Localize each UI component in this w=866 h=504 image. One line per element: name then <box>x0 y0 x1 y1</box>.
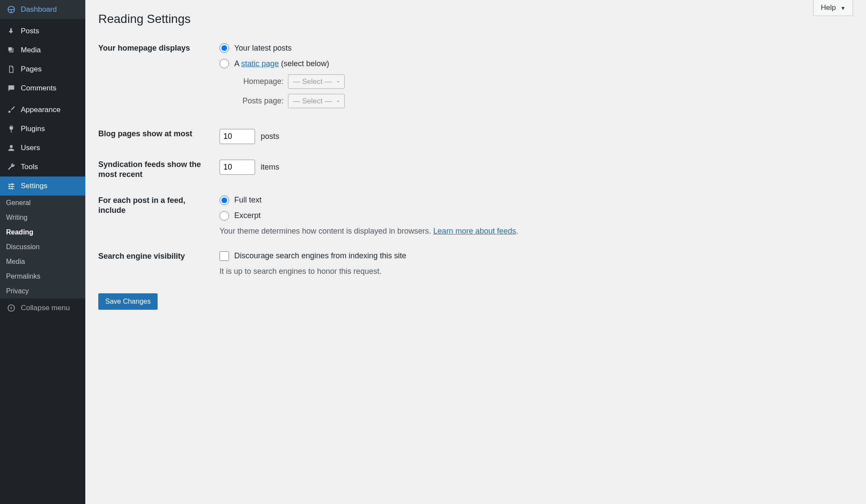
submenu-item-privacy[interactable]: Privacy <box>0 284 85 299</box>
feed-description: Your theme determines how content is dis… <box>220 227 853 236</box>
admin-sidebar: Dashboard Posts Media Pages Comments App… <box>0 0 85 504</box>
sidebar-item-users[interactable]: Users <box>0 138 85 157</box>
media-icon <box>6 45 16 55</box>
submenu-item-general[interactable]: General <box>0 196 85 210</box>
posts-page-select[interactable]: — Select — <box>288 94 345 108</box>
syndication-suffix: items <box>261 163 279 171</box>
sidebar-item-label: Media <box>21 46 41 55</box>
pin-icon <box>6 26 16 36</box>
sidebar-item-comments[interactable]: Comments <box>0 79 85 98</box>
sidebar-item-label: Tools <box>21 163 38 171</box>
user-icon <box>6 143 16 153</box>
collapse-menu[interactable]: Collapse menu <box>0 299 85 318</box>
sidebar-item-label: Pages <box>21 65 42 74</box>
blog-pages-suffix: posts <box>261 132 279 141</box>
sidebar-item-label: Settings <box>21 182 47 190</box>
feed-fulltext-radio[interactable] <box>220 196 229 205</box>
sidebar-item-settings[interactable]: Settings <box>0 177 85 196</box>
page-title: Reading Settings <box>98 4 853 35</box>
wrench-icon <box>6 162 16 172</box>
blog-pages-label: Blog pages show at most <box>98 129 220 144</box>
homepage-static-label: A static page (select below) <box>234 59 329 68</box>
collapse-icon <box>6 303 16 313</box>
homepage-latest-label: Your latest posts <box>234 44 291 53</box>
help-tab[interactable]: Help ▼ <box>813 0 853 16</box>
sidebar-item-appearance[interactable]: Appearance <box>0 100 85 119</box>
collapse-label: Collapse menu <box>21 304 70 312</box>
feed-excerpt-label: Excerpt <box>234 211 261 220</box>
sliders-icon <box>6 181 16 191</box>
sidebar-item-label: Dashboard <box>21 5 57 14</box>
syndication-label: Syndication feeds show the most recent <box>98 160 220 180</box>
submenu-item-discussion[interactable]: Discussion <box>0 240 85 254</box>
feed-fulltext-label: Full text <box>234 196 262 205</box>
homepage-latest-radio[interactable] <box>220 43 229 53</box>
blog-pages-input[interactable] <box>220 129 255 144</box>
submenu-item-permalinks[interactable]: Permalinks <box>0 269 85 284</box>
help-label: Help <box>821 3 836 12</box>
feed-include-label: For each post in a feed, include <box>98 196 220 236</box>
feed-excerpt-radio[interactable] <box>220 211 229 221</box>
posts-page-select-label: Posts page: <box>230 96 284 106</box>
homepage-select-label: Homepage: <box>230 77 284 86</box>
discourage-search-label: Discourage search engines from indexing … <box>234 251 406 260</box>
brush-icon <box>6 105 16 115</box>
homepage-select[interactable]: — Select — <box>288 74 345 89</box>
homepage-displays-label: Your homepage displays <box>98 43 220 113</box>
static-page-link[interactable]: static page <box>241 59 279 68</box>
search-visibility-label: Search engine visibility <box>98 251 220 276</box>
submenu-item-reading[interactable]: Reading <box>0 225 85 240</box>
settings-submenu: General Writing Reading Discussion Media… <box>0 196 85 299</box>
save-changes-button[interactable]: Save Changes <box>98 293 158 310</box>
page-icon <box>6 64 16 74</box>
svg-point-0 <box>10 48 10 49</box>
syndication-input[interactable] <box>220 160 255 175</box>
plug-icon <box>6 124 16 134</box>
sidebar-item-tools[interactable]: Tools <box>0 157 85 177</box>
submenu-item-writing[interactable]: Writing <box>0 210 85 225</box>
learn-more-feeds-link[interactable]: Learn more about feeds <box>433 227 516 235</box>
homepage-static-radio[interactable] <box>220 59 229 68</box>
sidebar-item-posts[interactable]: Posts <box>0 22 85 41</box>
dashboard-icon <box>6 4 16 15</box>
sidebar-item-dashboard[interactable]: Dashboard <box>0 0 85 19</box>
sidebar-item-media[interactable]: Media <box>0 41 85 60</box>
sidebar-item-label: Appearance <box>21 106 61 114</box>
sidebar-item-pages[interactable]: Pages <box>0 60 85 79</box>
discourage-search-checkbox[interactable] <box>220 251 229 261</box>
sidebar-item-plugins[interactable]: Plugins <box>0 119 85 138</box>
sidebar-item-label: Plugins <box>21 125 45 133</box>
main-content: Help ▼ Reading Settings Your homepage di… <box>85 0 866 504</box>
sidebar-item-label: Users <box>21 144 40 152</box>
sidebar-item-label: Comments <box>21 84 56 93</box>
submenu-item-media[interactable]: Media <box>0 254 85 269</box>
sidebar-item-label: Posts <box>21 27 39 35</box>
comment-icon <box>6 83 16 93</box>
search-visibility-description: It is up to search engines to honor this… <box>220 267 853 276</box>
chevron-down-icon: ▼ <box>840 5 846 11</box>
